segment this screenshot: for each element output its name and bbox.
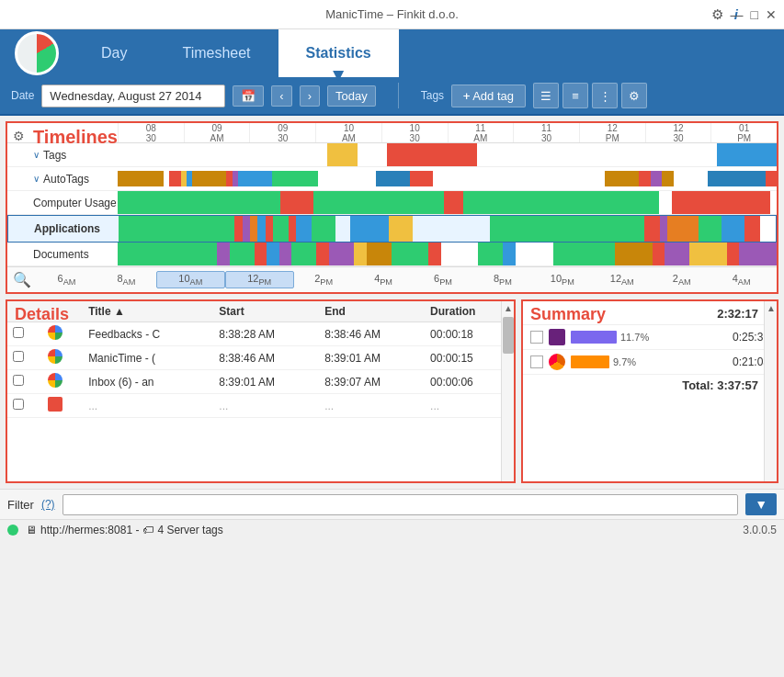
timeline-row-autotags: ∨ AutoTags <box>7 167 777 191</box>
row4-checkbox[interactable] <box>7 394 42 418</box>
summary-vs-checkbox[interactable] <box>530 331 543 344</box>
time-mark-1100: 11AM <box>448 123 514 142</box>
time-mark-0100: 01PM <box>710 123 777 142</box>
time-mark-0900: 09AM <box>184 123 250 142</box>
bottom-time-marks: 6AM 8AM 10AM 12PM 2PM 4PM 6PM 8PM 10PM 1… <box>37 271 771 288</box>
applications-bar-area <box>119 216 776 242</box>
next-day-button[interactable]: › <box>300 85 320 107</box>
summary-ff-bar <box>571 355 609 368</box>
autotags-chevron-icon[interactable]: ∨ <box>33 174 40 184</box>
scroll-up-icon[interactable]: ▲ <box>502 301 514 315</box>
details-label: Details <box>15 305 69 324</box>
maximize-button[interactable]: □ <box>751 7 758 22</box>
timeline-row-documents: Documents <box>7 243 777 266</box>
tag-settings-button[interactable]: ⚙ <box>621 83 647 108</box>
toolbar-divider <box>398 83 399 108</box>
tab-timesheet[interactable]: Timesheet <box>154 29 278 77</box>
autotags-bar-area <box>118 167 777 190</box>
timeline-row-applications: Applications <box>7 215 777 243</box>
tags-section: Tags + + Add tag ☰ ≡ ⋮ ⚙ <box>421 83 647 108</box>
row3-title: Inbox (6) - an <box>83 370 213 394</box>
details-scrollbar[interactable]: ▲ <box>501 301 514 481</box>
filter-input[interactable] <box>62 494 739 515</box>
col-start[interactable]: Start <box>213 301 319 322</box>
timelines-label: Timelines <box>33 127 118 148</box>
today-button[interactable]: Today <box>327 85 376 107</box>
time-mark-0930: 0930 <box>249 123 315 142</box>
timeline-area: ⚙ Timelines 0830 09AM 0930 10AM 1030 11A… <box>6 121 778 294</box>
summary-total: Total: 3:37:57 <box>523 375 777 396</box>
summary-vs-bar <box>571 331 617 344</box>
summary-label: Summary <box>530 305 606 324</box>
timeline-row-tags: ∨ Tags <box>7 143 777 167</box>
col-end[interactable]: End <box>319 301 425 322</box>
add-tag-button[interactable]: + + Add tag <box>451 85 526 107</box>
minimize-button[interactable]: — <box>731 7 744 22</box>
filter-bar: Filter (?) ▼ <box>0 489 784 519</box>
tag-list-view-button[interactable]: ≡ <box>562 83 588 108</box>
row1-checkbox[interactable] <box>7 322 42 346</box>
title-bar: ManicTime – Finkit d.o.o. ⚙ i — □ ✕ <box>0 0 784 29</box>
time-10am: 10AM <box>156 271 225 288</box>
details-row-4[interactable]: ... ... ... ... <box>7 394 514 418</box>
documents-bar-area <box>118 243 777 265</box>
row1-app-icon <box>42 322 83 346</box>
row3-checkbox[interactable] <box>7 370 42 394</box>
filter-dropdown-button[interactable]: ▼ <box>745 493 777 515</box>
row2-checkbox[interactable] <box>7 346 42 370</box>
tab-statistics[interactable]: Statistics <box>278 29 399 77</box>
time-mark-0830: 0830 <box>118 123 184 142</box>
time-2am: 2AM <box>652 273 711 287</box>
filter-help-link[interactable]: (?) <box>41 498 55 511</box>
details-row-3[interactable]: Inbox (6) - an 8:39:01 AM 8:39:07 AM 00:… <box>7 370 514 394</box>
summary-vs-pct: 11.7% <box>620 332 653 343</box>
details-row-2[interactable]: ManicTime - ( 8:38:46 AM 8:39:01 AM 00:0… <box>7 346 514 370</box>
app-logo <box>0 29 74 77</box>
row2-start: 8:38:46 AM <box>213 346 319 370</box>
details-row-1[interactable]: Feedbacks - C 8:38:28 AM 8:38:46 AM 00:0… <box>7 322 514 346</box>
settings-icon[interactable]: ⚙ <box>711 6 723 23</box>
filter-label: Filter <box>7 498 34 512</box>
scrollbar-thumb[interactable] <box>503 317 514 354</box>
summary-ff-bar-wrap: 9.7% <box>571 355 713 368</box>
tag-view-icons: ☰ ≡ ⋮ ⚙ <box>533 83 647 108</box>
window-controls: — □ ✕ <box>731 7 777 22</box>
row4-start: ... <box>213 394 319 418</box>
tags-chevron-icon[interactable]: ∨ <box>33 150 40 160</box>
summary-row-firefox: 9.7% 0:21:03 <box>523 350 777 375</box>
time-ruler-bottom: 🔍 6AM 8AM 10AM 12PM 2PM 4PM 6PM 8PM 10PM… <box>7 266 777 292</box>
row1-title: Feedbacks - C <box>83 322 213 346</box>
tag-grid-view-button[interactable]: ☰ <box>533 83 559 108</box>
tag-compact-view-button[interactable]: ⋮ <box>592 83 618 108</box>
details-table: Title ▲ Start End Duration Feedbacks - C… <box>7 301 514 418</box>
timeline-row-computer-usage: Computer Usage <box>7 191 777 215</box>
summary-ff-checkbox[interactable] <box>530 355 543 368</box>
details-panel: Details Title ▲ Start End Duration <box>6 299 516 483</box>
tab-day[interactable]: Day <box>74 29 154 77</box>
tags-bar-area <box>118 143 777 166</box>
time-mark-1200: 12PM <box>579 123 645 142</box>
col-title[interactable]: Title ▲ <box>83 301 213 322</box>
row3-end: 8:39:07 AM <box>319 370 425 394</box>
ff-app-icon <box>549 354 565 370</box>
details-header: Title ▲ Start End Duration <box>7 301 514 322</box>
date-label: Date <box>11 89 34 102</box>
main-content: Details Title ▲ Start End Duration <box>6 299 778 483</box>
summary-scroll-up[interactable]: ▲ <box>765 301 777 315</box>
summary-vs-time: 0:25:31 <box>719 331 769 344</box>
time-mark-1000: 10AM <box>315 123 381 142</box>
row1-end: 8:38:46 AM <box>319 322 425 346</box>
timeline-search-icon[interactable]: 🔍 <box>13 271 31 288</box>
autotags-row-label: ∨ AutoTags <box>7 173 118 186</box>
calendar-button[interactable]: 📅 <box>233 85 264 107</box>
timeline-gear-icon[interactable]: ⚙ <box>13 129 25 143</box>
close-button[interactable]: ✕ <box>766 7 777 22</box>
summary-scrollbar[interactable]: ▲ <box>764 301 777 481</box>
row1-start: 8:38:28 AM <box>213 322 319 346</box>
row2-end: 8:39:01 AM <box>319 346 425 370</box>
time-4pm: 4PM <box>354 273 414 287</box>
status-online-indicator <box>7 525 18 536</box>
date-input[interactable] <box>41 85 225 107</box>
applications-row-label: Applications <box>8 222 119 235</box>
prev-day-button[interactable]: ‹ <box>271 85 291 107</box>
